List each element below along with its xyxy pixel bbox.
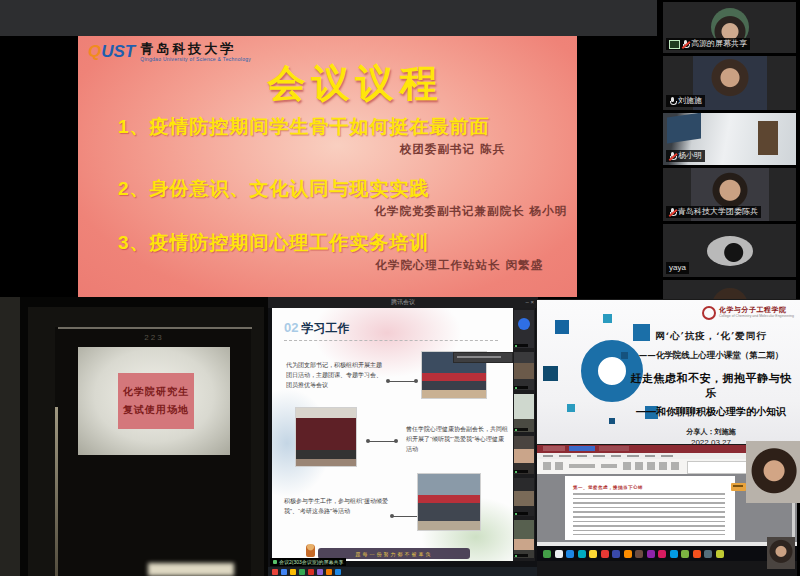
inner-slide: 02学习工作 代为团支部书记，积极组织开展主题团日活动，主题团课、专题学习会、团…	[272, 308, 513, 561]
inner-participant-tile[interactable]	[514, 394, 534, 432]
app-icon[interactable]	[326, 569, 332, 575]
participant-name: 青岛科技大学团委陈兵	[678, 207, 758, 217]
app-icon[interactable]	[681, 550, 689, 558]
inner-participant-tile[interactable]	[514, 520, 534, 558]
inner-slide-photo-3	[418, 474, 480, 530]
doc-heading: 第一、觉察焦虑，接纳当下心绪	[573, 485, 643, 490]
inner-slide-paragraph-3: 积极参与学生工作，参与组织“援动倾爱我”、“考研这条路”等活动	[284, 496, 388, 516]
video-feed-door-room[interactable]: 223 化学院研究生 复试使用场地	[0, 297, 268, 576]
agenda-credit-3: 化学院心理工作站站长 闵繁盛	[78, 258, 577, 273]
inner-name-tooltip	[454, 353, 512, 362]
participant-name: 刘施施	[678, 96, 702, 106]
agenda-item-1: 1、疫情防控期间学生骨干如何挺在最前面	[78, 114, 577, 140]
inner-participant-tile[interactable]	[514, 352, 534, 390]
app-icon[interactable]	[272, 569, 278, 575]
mic-on-icon	[669, 97, 676, 106]
shared-slide-agenda: QUST 青岛科技大学 Qingdao University of Scienc…	[78, 36, 577, 297]
video-feed-screen-share[interactable]: 腾讯会议 – × 02学习工作 代为团支部书记，积极组织开展主题团日活动，主题团…	[268, 297, 538, 576]
agenda-title: 会议议程	[78, 58, 577, 109]
app-icon[interactable]	[335, 569, 341, 575]
agenda-credit-2: 化学院党委副书记兼副院长 杨小明	[78, 204, 577, 219]
app-icon[interactable]	[624, 550, 632, 558]
video-feed-lecture-slide[interactable]: 化学与分子工程学院 College of Chemistry and Molec…	[537, 300, 800, 444]
doc-body-text	[573, 493, 725, 535]
participant-label: 刘施施	[666, 95, 705, 107]
window-controls[interactable]: – ×	[525, 299, 534, 305]
inner-taskbar	[268, 567, 538, 576]
participant-name: 杨小明	[678, 151, 702, 161]
agenda-item-3: 3、疫情防控期间心理工作实务培训	[78, 230, 577, 256]
avatar	[707, 236, 753, 266]
app-icon[interactable]	[612, 550, 620, 558]
lecture-title: 赶走焦虑和不安，拥抱平静与快乐	[627, 371, 795, 401]
lecture-subtitle: ——和你聊聊积极心理学的小知识	[627, 405, 795, 419]
participant-label: 杨小明	[666, 150, 705, 162]
university-name: 青岛科技大学	[140, 42, 251, 56]
shared-screen-top-bar	[0, 0, 657, 36]
lecture-slogan: 网‘心’抗疫，‘化’爱同行	[627, 330, 795, 343]
inner-slide-paragraph-2: 曾任学院心理健康协会副会长，共同组织开展了“倾听我”“悉爱我”等心理健康活动	[406, 424, 508, 455]
participant-name: 高源的屏幕共享	[691, 39, 747, 49]
agenda-credit-1: 校团委副书记 陈兵	[78, 142, 577, 157]
app-icon[interactable]	[670, 550, 678, 558]
inner-slide-title: 02学习工作	[284, 320, 349, 337]
agenda-item-2: 2、身份意识、文化认同与现实实践	[78, 176, 577, 202]
inner-window-title: 腾讯会议	[391, 298, 415, 307]
mascot-icon	[306, 544, 315, 557]
app-icon[interactable]	[317, 569, 323, 575]
inner-slide-photo-2	[296, 408, 356, 466]
presenter-webcam-overlay[interactable]	[746, 441, 800, 503]
doc-styles-gallery[interactable]	[687, 461, 747, 474]
participant-label: 青岛科技大学团委陈兵	[666, 206, 761, 218]
college-emblem-icon	[702, 306, 716, 320]
participant-tile-gaoyuan[interactable]: 高源的屏幕共享	[663, 2, 796, 53]
door-sign: 化学院研究生 复试使用场地	[118, 373, 194, 429]
college-name: 化学与分子工程学院	[719, 306, 794, 314]
inner-participant-tile[interactable]	[514, 310, 534, 348]
doc-active-tab[interactable]	[569, 446, 595, 451]
app-icon[interactable]	[555, 550, 563, 558]
app-icon[interactable]	[308, 569, 314, 575]
participant-tile-yangxiaoming[interactable]: 杨小明	[663, 113, 796, 165]
app-icon[interactable]	[704, 550, 712, 558]
participant-label: yaya	[666, 262, 689, 274]
app-icon[interactable]	[589, 550, 597, 558]
mic-muted-icon	[682, 40, 689, 49]
app-icon[interactable]	[658, 550, 666, 558]
participant-name: yaya	[669, 263, 686, 273]
sharing-indicator-icon	[273, 560, 277, 564]
app-icon[interactable]	[290, 569, 296, 575]
network-warning-icon	[731, 483, 746, 491]
app-icon[interactable]	[566, 550, 574, 558]
app-icon[interactable]	[281, 569, 287, 575]
app-icon[interactable]	[716, 550, 724, 558]
share-status-label: 会议2(303会议室)的屏幕共享	[270, 558, 346, 566]
app-icon[interactable]	[601, 550, 609, 558]
lecture-presenter: 分享人：刘施施	[627, 427, 795, 437]
app-icon[interactable]	[299, 569, 305, 575]
college-logo: 化学与分子工程学院 College of Chemistry and Molec…	[702, 306, 794, 320]
participant-tile-yaya[interactable]: yaya	[663, 224, 796, 277]
participant-tile-chenbing[interactable]: 青岛科技大学团委陈兵	[663, 168, 796, 221]
wall	[0, 297, 20, 576]
inner-participant-tile[interactable]	[514, 436, 534, 474]
app-icon[interactable]	[543, 550, 551, 558]
inner-window-titlebar: 腾讯会议 – ×	[268, 297, 538, 308]
participant-label: 高源的屏幕共享	[666, 38, 750, 50]
room-number: 223	[78, 333, 230, 342]
inner-participant-tile[interactable]	[514, 478, 534, 516]
app-icon[interactable]	[693, 550, 701, 558]
windows-taskbar[interactable]	[537, 546, 797, 561]
app-icon[interactable]	[635, 550, 643, 558]
screen-share-icon	[669, 40, 680, 49]
participant-tile-liushishi[interactable]: 刘施施	[663, 56, 796, 110]
inner-slide-paragraph-1: 代为团支部书记，积极组织开展主题团日活动，主题团课、专题学习会、团员推优等会议	[286, 360, 386, 391]
lecture-series: ——化学院线上心理小课堂（第二期）	[627, 350, 795, 362]
taskbar-webcam-thumbnail	[767, 537, 795, 569]
app-icon[interactable]	[578, 550, 586, 558]
college-name-en: College of Chemistry and Molecular Engin…	[719, 314, 794, 319]
mic-muted-icon	[669, 152, 676, 161]
inner-participants-strip	[513, 308, 535, 561]
app-icon[interactable]	[647, 550, 655, 558]
doc-page: 第一、觉察焦虑，接纳当下心绪	[565, 476, 735, 540]
